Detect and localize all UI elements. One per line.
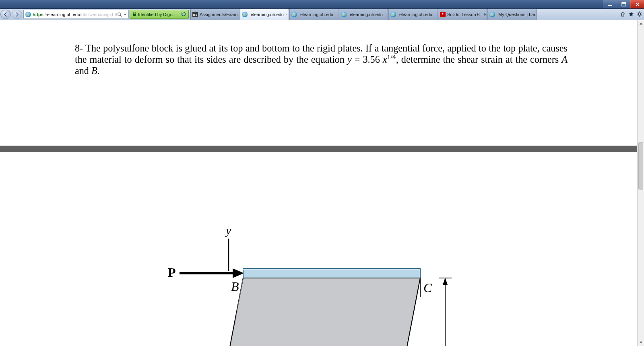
tab-label: elearning.uh.edu [251,12,284,17]
home-icon[interactable] [620,11,625,18]
tab-label: elearning.uh.edu [399,12,432,17]
svg-line-4 [120,15,121,16]
identity-label: Identified by Digi... [138,12,175,17]
svg-line-12 [641,15,642,16]
problem-number: 8- [75,43,83,54]
scroll-track[interactable] [638,27,644,339]
window-titlebar [0,0,644,9]
youtube-icon [440,12,446,17]
tab-close-button[interactable] [285,12,287,17]
lock-icon [132,12,136,17]
browser-toolbar: https://elearning.uh.edu/bbcswebdav/pid-… [0,9,644,20]
svg-rect-18 [243,269,420,278]
corner-C-label: C [423,280,432,295]
period: . [97,65,100,76]
eq-equals: = [352,54,363,65]
tab-label: elearning.uh.edu [300,12,333,17]
svg-line-13 [641,12,642,13]
ie-icon [25,12,31,17]
tab-elearning-2[interactable]: elearning.uh.edu [289,9,339,20]
tools-icon[interactable] [637,11,642,18]
scroll-up-button[interactable] [638,20,644,27]
corner-B: B [91,65,97,76]
tab-assignments[interactable]: Bb Assignments/Exam... [190,9,239,20]
dropdown-icon[interactable] [123,12,128,17]
svg-point-3 [118,12,120,15]
problem-text-b: , determine the shear strain at the corn… [396,54,561,65]
identity-box[interactable]: Identified by Digi... [130,10,189,19]
svg-rect-5 [133,14,136,16]
window-minimize-button[interactable] [603,0,617,8]
window-maximize-button[interactable] [617,0,630,8]
svg-line-14 [638,15,639,16]
scroll-down-button[interactable] [638,339,644,346]
window-close-button[interactable] [630,0,644,8]
ie-icon [242,12,248,17]
refresh-icon[interactable] [181,12,186,17]
and-text: and [75,65,91,76]
figure: y P B C [3,152,634,346]
y-axis-label: y [225,224,231,237]
tab-label: My Questions | bar... [498,12,537,17]
svg-point-6 [638,13,641,15]
ie-icon [489,12,495,17]
eq-y: y [347,54,352,65]
vertical-scrollbar[interactable] [637,20,644,346]
tab-label: Solids: Lesson 6 - S... [447,12,487,17]
tab-my-questions[interactable]: My Questions | bar... [487,9,537,20]
svg-line-11 [638,12,639,13]
ie-icon [341,12,347,17]
address-bar[interactable]: https://elearning.uh.edu/bbcswebdav/pid-… [23,10,129,19]
nav-back-button[interactable] [0,10,11,19]
tab-elearning-3[interactable]: elearning.uh.edu [339,9,388,20]
svg-marker-22 [443,278,448,285]
scroll-thumb[interactable] [638,142,643,189]
address-text: https://elearning.uh.edu/bbcswebdav/pid-… [33,12,117,17]
force-P-label: P [168,265,176,280]
eq-x: x [383,54,387,65]
tab-strip: Bb Assignments/Exam... elearning.uh.edu … [190,9,618,20]
document-page-1: 8- The polysulfone block is glued at its… [3,20,634,76]
corner-A: A [561,54,568,65]
eq-coeff: 3.56 [363,54,382,65]
blackboard-icon: Bb [192,12,198,17]
page-viewport: 8- The polysulfone block is glued at its… [0,20,637,346]
svg-rect-2 [622,2,626,4]
svg-marker-17 [233,268,244,278]
ie-icon [390,12,396,17]
tab-label: elearning.uh.edu [350,12,383,17]
eq-exponent: 1/4 [387,53,396,61]
favorites-icon[interactable] [628,11,634,18]
search-icon[interactable] [117,12,122,17]
tab-elearning-4[interactable]: elearning.uh.edu [388,9,438,20]
ie-icon [291,12,297,17]
toolbar-right-controls [618,9,644,20]
nav-forward-button[interactable] [12,10,22,19]
svg-rect-0 [608,5,612,6]
document-page-2: y P B C [3,152,634,346]
tab-elearning-active[interactable]: elearning.uh.edu [240,9,289,20]
tab-solids-lesson[interactable]: Solids: Lesson 6 - S... [438,9,487,20]
page-break [0,146,637,152]
tab-label: Assignments/Exam... [200,12,239,17]
problem-statement: 8- The polysulfone block is glued at its… [3,20,634,76]
corner-B-label: B [231,279,239,294]
